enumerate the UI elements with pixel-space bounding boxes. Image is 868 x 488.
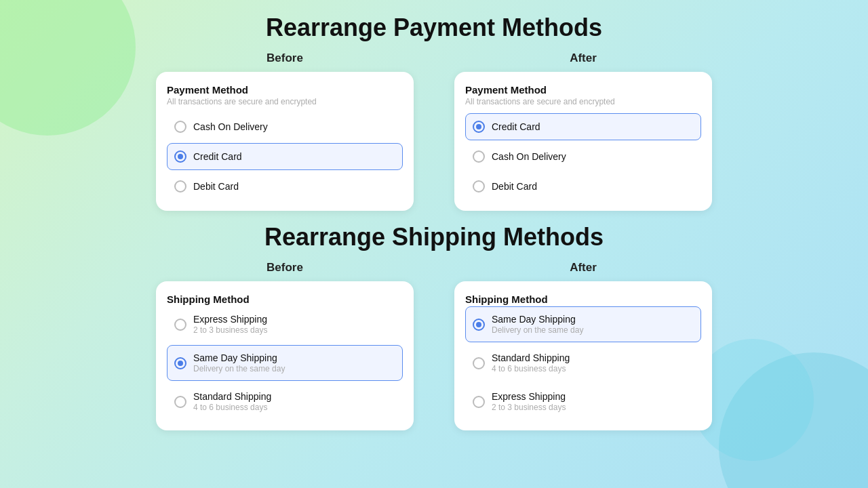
- payment-before-after-row: Before Payment Method All transactions a…: [129, 52, 739, 211]
- payment-after-option-1[interactable]: Cash On Delivery: [465, 143, 701, 170]
- payment-after-option-0[interactable]: Credit Card: [465, 113, 701, 140]
- payment-before-card-subtitle: All transactions are secure and encrypte…: [167, 97, 403, 106]
- payment-before-radio-0: [174, 121, 186, 133]
- shipping-before-option-sublabel-1: Delivery on the same day: [193, 364, 285, 373]
- payment-after-card: Payment Method All transactions are secu…: [454, 72, 712, 211]
- shipping-after-option-1[interactable]: Standard Shipping 4 to 6 business days: [465, 345, 701, 381]
- shipping-before-radio-1: [174, 357, 186, 369]
- payment-after-label: After: [570, 52, 597, 65]
- shipping-before-card-title: Shipping Method: [167, 293, 403, 305]
- shipping-after-option-text-1: Standard Shipping 4 to 6 business days: [492, 352, 570, 373]
- payment-before-option-0[interactable]: Cash On Delivery: [167, 113, 403, 140]
- payment-before-card-title: Payment Method: [167, 84, 403, 96]
- payment-before-label: Before: [267, 52, 303, 65]
- page-content: Rearrange Payment Methods Before Payment…: [0, 14, 868, 443]
- shipping-after-option-text-2: Express Shipping 2 to 3 business days: [492, 391, 566, 412]
- payment-section-title: Rearrange Payment Methods: [266, 14, 602, 42]
- payment-after-option-text-2: Debit Card: [492, 181, 537, 192]
- shipping-after-option-sublabel-2: 2 to 3 business days: [492, 403, 566, 412]
- shipping-after-option-label-2: Express Shipping: [492, 391, 566, 402]
- payment-after-option-label-1: Cash On Delivery: [492, 151, 566, 162]
- payment-after-column: After Payment Method All transactions ar…: [454, 52, 712, 211]
- shipping-after-option-sublabel-0: Delivery on the same day: [492, 325, 583, 335]
- shipping-after-column: After Shipping Method Same Day Shipping …: [454, 261, 712, 430]
- shipping-after-radio-2: [473, 396, 485, 408]
- shipping-after-card-title: Shipping Method: [465, 293, 701, 305]
- shipping-before-card: Shipping Method Express Shipping 2 to 3 …: [156, 281, 414, 430]
- payment-after-radio-0: [473, 121, 485, 133]
- shipping-after-card: Shipping Method Same Day Shipping Delive…: [454, 281, 712, 430]
- shipping-before-after-row: Before Shipping Method Express Shipping …: [129, 261, 739, 430]
- shipping-after-radio-inner-0: [476, 322, 481, 327]
- payment-before-radio-inner-1: [178, 154, 183, 159]
- payment-after-card-title: Payment Method: [465, 84, 701, 96]
- shipping-before-option-text-2: Standard Shipping 4 to 6 business days: [193, 391, 271, 412]
- payment-before-option-text-0: Cash On Delivery: [193, 121, 268, 132]
- payment-before-column: Before Payment Method All transactions a…: [156, 52, 414, 211]
- shipping-before-option-1[interactable]: Same Day Shipping Delivery on the same d…: [167, 345, 403, 381]
- shipping-before-radio-0: [174, 319, 186, 331]
- shipping-section-title: Rearrange Shipping Methods: [264, 223, 604, 251]
- payment-after-card-subtitle: All transactions are secure and encrypte…: [465, 97, 701, 106]
- shipping-before-radio-inner-1: [178, 361, 183, 366]
- payment-before-option-label-0: Cash On Delivery: [193, 121, 268, 132]
- shipping-before-option-label-1: Same Day Shipping: [193, 352, 285, 363]
- shipping-after-option-label-0: Same Day Shipping: [492, 314, 583, 325]
- shipping-before-option-label-0: Express Shipping: [193, 314, 267, 325]
- payment-after-radio-1: [473, 150, 485, 163]
- shipping-after-option-0[interactable]: Same Day Shipping Delivery on the same d…: [465, 306, 701, 342]
- payment-before-option-2[interactable]: Debit Card: [167, 173, 403, 200]
- shipping-before-option-0[interactable]: Express Shipping 2 to 3 business days: [167, 306, 403, 342]
- shipping-after-radio-1: [473, 357, 485, 369]
- payment-before-card: Payment Method All transactions are secu…: [156, 72, 414, 211]
- shipping-before-option-sublabel-2: 4 to 6 business days: [193, 403, 271, 412]
- shipping-after-option-label-1: Standard Shipping: [492, 352, 570, 363]
- payment-after-option-text-1: Cash On Delivery: [492, 151, 566, 162]
- payment-after-option-2[interactable]: Debit Card: [465, 173, 701, 200]
- shipping-before-option-text-1: Same Day Shipping Delivery on the same d…: [193, 352, 285, 373]
- shipping-before-option-text-0: Express Shipping 2 to 3 business days: [193, 314, 267, 335]
- shipping-before-option-2[interactable]: Standard Shipping 4 to 6 business days: [167, 384, 403, 420]
- shipping-before-label: Before: [267, 261, 303, 274]
- shipping-after-option-sublabel-1: 4 to 6 business days: [492, 364, 570, 373]
- shipping-after-option-text-0: Same Day Shipping Delivery on the same d…: [492, 314, 583, 335]
- payment-after-option-text-0: Credit Card: [492, 121, 540, 132]
- payment-before-option-label-2: Debit Card: [193, 181, 239, 192]
- payment-before-option-label-1: Credit Card: [193, 151, 242, 162]
- shipping-after-radio-0: [473, 319, 485, 331]
- payment-after-option-label-0: Credit Card: [492, 121, 540, 132]
- payment-before-radio-1: [174, 150, 186, 163]
- payment-after-radio-2: [473, 180, 485, 192]
- shipping-after-label: After: [570, 261, 597, 274]
- shipping-before-column: Before Shipping Method Express Shipping …: [156, 261, 414, 430]
- payment-before-option-text-1: Credit Card: [193, 151, 242, 162]
- payment-after-radio-inner-0: [476, 124, 481, 129]
- payment-after-option-label-2: Debit Card: [492, 181, 537, 192]
- shipping-before-option-sublabel-0: 2 to 3 business days: [193, 325, 267, 335]
- payment-before-option-text-2: Debit Card: [193, 181, 239, 192]
- shipping-after-option-2[interactable]: Express Shipping 2 to 3 business days: [465, 384, 701, 420]
- payment-before-radio-2: [174, 180, 186, 192]
- shipping-before-option-label-2: Standard Shipping: [193, 391, 271, 402]
- shipping-before-radio-2: [174, 396, 186, 408]
- payment-before-option-1[interactable]: Credit Card: [167, 143, 403, 170]
